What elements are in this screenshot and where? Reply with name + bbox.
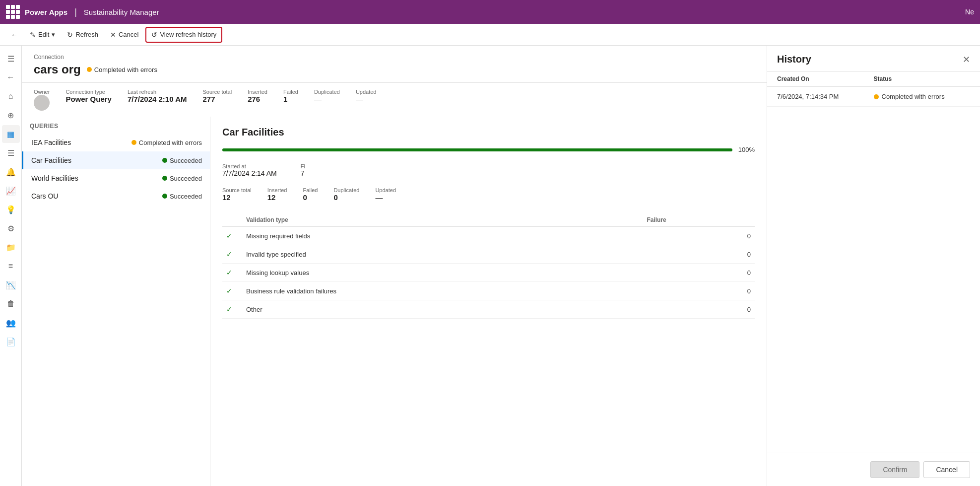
history-row: 7/6/2024, 7:14:34 PM Completed with erro… bbox=[767, 87, 980, 107]
nav-chart-icon[interactable]: ▦ bbox=[2, 125, 20, 143]
finished-item: Fi 7 bbox=[301, 163, 305, 177]
edit-button[interactable]: ✎ Edit ▾ bbox=[25, 28, 60, 42]
detail-stats: Source total 12 Inserted 12 Failed 0 Dup… bbox=[222, 187, 755, 202]
world-dot bbox=[162, 176, 167, 181]
query-name-iea: IEA Facilities bbox=[31, 139, 71, 146]
val-failure-count: 0 bbox=[643, 300, 755, 319]
nav-list-icon[interactable]: ☰ bbox=[2, 144, 20, 162]
nav-users-icon[interactable]: 👥 bbox=[2, 314, 20, 332]
val-failure-header: Failure bbox=[643, 213, 755, 227]
view-refresh-history-button[interactable]: ↺ View refresh history bbox=[145, 27, 222, 43]
stat-updated: Updated — bbox=[356, 89, 377, 111]
query-item-world[interactable]: World Facilities Succeeded bbox=[22, 169, 210, 187]
source-total-value: 277 bbox=[202, 95, 232, 103]
duplicated-label: Duplicated bbox=[314, 89, 340, 95]
val-failure-count: 0 bbox=[643, 264, 755, 282]
detail-title: Car Facilities bbox=[222, 127, 755, 138]
started-at-value: 7/7/2024 2:14 AM bbox=[222, 169, 277, 177]
stat-inserted: Inserted 276 bbox=[248, 89, 267, 111]
topbar-brand: Power Apps bbox=[25, 8, 67, 16]
query-item-carsou[interactable]: Cars OU Succeeded bbox=[22, 187, 210, 205]
command-bar: ← ✎ Edit ▾ ↻ Refresh ✕ Cancel ↺ View ref… bbox=[0, 24, 980, 46]
started-at-item: Started at 7/7/2024 2:14 AM bbox=[222, 163, 277, 177]
edit-label: Edit bbox=[38, 31, 49, 38]
cancel-button[interactable]: ✕ Cancel bbox=[105, 28, 143, 42]
refresh-icon: ↻ bbox=[67, 31, 73, 39]
detail-failed-label: Failed bbox=[303, 187, 318, 193]
started-at-label: Started at bbox=[222, 163, 277, 169]
validation-row: ✓ Invalid type specified 0 bbox=[222, 245, 755, 264]
nav-trash-icon[interactable]: 🗑 bbox=[2, 295, 20, 313]
cancel-icon: ✕ bbox=[110, 31, 116, 39]
refresh-label: Refresh bbox=[75, 31, 98, 38]
connection-title: cars org bbox=[34, 63, 81, 76]
nav-back-icon[interactable]: ← bbox=[2, 69, 20, 86]
nav-home-icon[interactable]: ⌂ bbox=[2, 87, 20, 105]
val-failure-count: 0 bbox=[643, 245, 755, 264]
apps-icon[interactable] bbox=[6, 5, 20, 19]
connection-status-text: Completed with errors bbox=[94, 66, 157, 73]
detail-stat-duplicated: Duplicated 0 bbox=[333, 187, 359, 202]
detail-panel: Car Facilities 100% Started at 7/7/2024 … bbox=[210, 117, 767, 486]
confirm-button[interactable]: Confirm bbox=[870, 461, 919, 478]
back-icon: ← bbox=[11, 31, 18, 39]
conn-type-value: Power Query bbox=[65, 95, 112, 103]
topbar: Power Apps | Sustainability Manager Ne bbox=[0, 0, 980, 24]
query-status-iea: Completed with errors bbox=[131, 139, 202, 146]
owner-avatar bbox=[34, 95, 50, 111]
stats-row: Owner Connection type Power Query Last r… bbox=[22, 83, 767, 117]
nav-menu-icon[interactable]: ☰ bbox=[2, 50, 20, 68]
last-refresh-value: 7/7/2024 2:10 AM bbox=[128, 95, 187, 103]
val-type: Missing required fields bbox=[242, 227, 643, 245]
inserted-label: Inserted bbox=[248, 89, 267, 95]
history-panel: History ✕ Created On Status 7/6/2024, 7:… bbox=[767, 46, 980, 486]
bottom-actions: Confirm Cancel bbox=[767, 453, 980, 486]
iea-status-text: Completed with errors bbox=[139, 139, 202, 146]
detail-updated-value: — bbox=[375, 193, 396, 202]
history-table-header: Created On Status bbox=[767, 71, 980, 87]
nav-gear-icon[interactable]: ⚙ bbox=[2, 219, 20, 237]
iea-dot bbox=[131, 140, 136, 145]
progress-track bbox=[222, 148, 732, 151]
query-status-carsou: Succeeded bbox=[162, 193, 202, 200]
nav-add-icon[interactable]: ⊕ bbox=[2, 106, 20, 124]
query-item-iea[interactable]: IEA Facilities Completed with errors bbox=[22, 134, 210, 151]
status-dot-orange bbox=[87, 67, 92, 72]
query-name-world: World Facilities bbox=[31, 174, 78, 182]
nav-bulb-icon[interactable]: 💡 bbox=[2, 201, 20, 218]
validation-table: Validation type Failure ✓ Missing requir… bbox=[222, 213, 755, 319]
history-cancel-button[interactable]: Cancel bbox=[923, 461, 970, 478]
edit-icon: ✎ bbox=[30, 31, 36, 39]
nav-doc-icon[interactable]: 📄 bbox=[2, 333, 20, 350]
nav-folder-icon[interactable]: 📁 bbox=[2, 238, 20, 256]
nav-bell-icon[interactable]: 🔔 bbox=[2, 163, 20, 181]
history-close-button[interactable]: ✕ bbox=[963, 54, 970, 65]
topbar-app-name: Sustainability Manager bbox=[84, 8, 159, 16]
progress-pct: 100% bbox=[738, 146, 755, 153]
val-type: Missing lookup values bbox=[242, 264, 643, 282]
history-status-dot bbox=[874, 94, 879, 99]
split-content: Queries IEA Facilities Completed with er… bbox=[22, 117, 767, 486]
stat-duplicated: Duplicated — bbox=[314, 89, 340, 111]
failed-value: 1 bbox=[283, 95, 298, 103]
stat-failed: Failed 1 bbox=[283, 89, 298, 111]
back-button[interactable]: ← bbox=[6, 28, 23, 42]
nav-graph-icon[interactable]: 📉 bbox=[2, 276, 20, 294]
car-dot bbox=[162, 158, 167, 163]
detail-updated-label: Updated bbox=[375, 187, 396, 193]
nav-lines-icon[interactable]: ≡ bbox=[2, 257, 20, 275]
query-item-car[interactable]: Car Facilities Succeeded bbox=[22, 151, 210, 169]
refresh-button[interactable]: ↻ Refresh bbox=[62, 28, 103, 42]
stat-owner: Owner bbox=[34, 89, 50, 111]
connection-header: Connection cars org Completed with error… bbox=[22, 46, 767, 83]
nav-analytics-icon[interactable]: 📈 bbox=[2, 182, 20, 200]
main-layout: ☰ ← ⌂ ⊕ ▦ ☰ 🔔 📈 💡 ⚙ 📁 ≡ 📉 🗑 👥 📄 Connecti… bbox=[0, 46, 980, 486]
history-rows: 7/6/2024, 7:14:34 PM Completed with erro… bbox=[767, 87, 980, 107]
check-icon: ✓ bbox=[226, 232, 232, 240]
left-nav: ☰ ← ⌂ ⊕ ▦ ☰ 🔔 📈 💡 ⚙ 📁 ≡ 📉 🗑 👥 📄 bbox=[0, 46, 22, 486]
history-header: History ✕ bbox=[767, 46, 980, 71]
query-name-carsou: Cars OU bbox=[31, 192, 58, 200]
val-type-header: Validation type bbox=[242, 213, 643, 227]
check-icon: ✓ bbox=[226, 250, 232, 258]
cancel-label: Cancel bbox=[119, 31, 138, 38]
